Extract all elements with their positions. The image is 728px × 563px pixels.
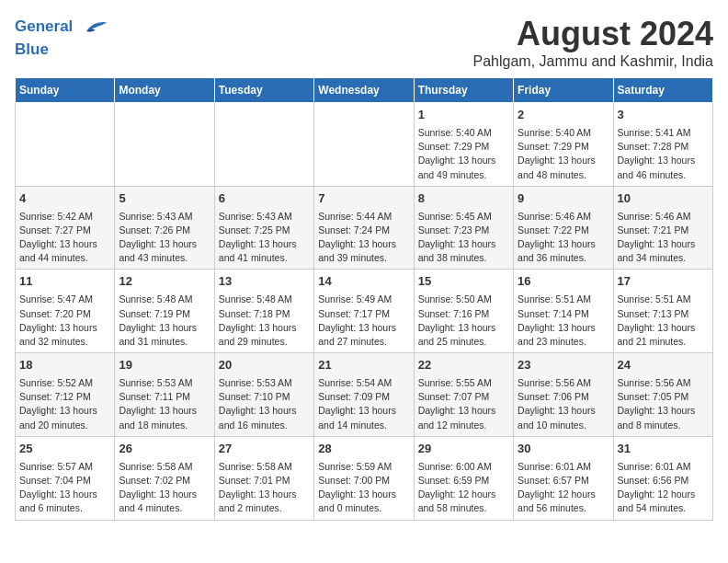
cell-text-line: Sunset: 7:29 PM [518,140,609,154]
cell-text-line: Sunrise: 5:57 AM [19,460,110,474]
calendar-week-1: 1Sunrise: 5:40 AMSunset: 7:29 PMDaylight… [16,103,713,187]
cell-text-line: Sunset: 7:02 PM [119,474,210,488]
cell-text-line: Sunrise: 5:40 AM [418,126,509,140]
cell-text-line: Daylight: 13 hours [219,237,310,251]
calendar-week-2: 4Sunrise: 5:42 AMSunset: 7:27 PMDaylight… [16,186,713,270]
cell-text-line: and 56 minutes. [518,501,609,515]
calendar-header: Sunday Monday Tuesday Wednesday Thursday… [16,78,713,103]
cell-text-line: Sunset: 7:00 PM [318,474,409,488]
day-number: 20 [219,357,310,374]
cell-text-line: and 32 minutes. [19,335,110,349]
logo-blue-text: General [15,17,73,35]
cell-text-line: Daylight: 13 hours [418,321,509,335]
calendar-cell: 24Sunrise: 5:56 AMSunset: 7:05 PMDayligh… [613,353,712,437]
cell-text-line: Sunrise: 5:56 AM [618,376,709,390]
cell-text-line: Sunrise: 5:53 AM [119,376,210,390]
calendar-cell: 30Sunrise: 6:01 AMSunset: 6:57 PMDayligh… [514,436,613,520]
calendar-cell: 19Sunrise: 5:53 AMSunset: 7:11 PMDayligh… [115,353,214,437]
day-number: 17 [618,273,709,291]
cell-text-line: Daylight: 13 hours [318,321,409,335]
calendar-cell: 11Sunrise: 5:47 AMSunset: 7:20 PMDayligh… [16,270,115,353]
cell-text-line: and 6 minutes. [19,501,110,515]
cell-text-line: Daylight: 13 hours [418,237,509,251]
calendar-cell [115,103,214,187]
cell-text-line: Sunrise: 5:47 AM [19,293,110,306]
day-number: 7 [318,190,409,208]
cell-text-line: and 34 minutes. [618,251,709,265]
cell-text-line: Daylight: 13 hours [518,237,609,251]
cell-text-line: Daylight: 13 hours [618,237,709,251]
calendar-cell: 28Sunrise: 5:59 AMSunset: 7:00 PMDayligh… [314,436,414,520]
calendar-cell [16,103,115,187]
page-subtitle: Pahlgam, Jammu and Kashmir, India [473,53,713,70]
cell-text-line: and 58 minutes. [418,501,509,515]
calendar-cell: 25Sunrise: 5:57 AMSunset: 7:04 PMDayligh… [16,436,115,520]
cell-text-line: Sunrise: 5:46 AM [518,210,609,224]
cell-text-line: Sunrise: 5:44 AM [318,210,409,224]
cell-text-line: Daylight: 13 hours [219,488,310,501]
header-wednesday: Wednesday [314,78,414,103]
cell-text-line: Daylight: 13 hours [618,404,709,418]
cell-text-line: Sunrise: 5:52 AM [19,376,110,390]
day-number: 13 [219,273,310,291]
cell-text-line: and 23 minutes. [518,335,609,349]
cell-text-line: Daylight: 12 hours [618,488,709,501]
calendar-cell: 4Sunrise: 5:42 AMSunset: 7:27 PMDaylight… [16,186,115,270]
cell-text-line: Sunset: 7:16 PM [418,307,509,321]
calendar-cell [314,103,414,187]
calendar-cell: 17Sunrise: 5:51 AMSunset: 7:13 PMDayligh… [613,270,712,353]
cell-text-line: Sunrise: 5:43 AM [119,210,210,224]
cell-text-line: Sunset: 7:26 PM [119,224,210,237]
cell-text-line: Sunrise: 5:41 AM [618,126,709,140]
calendar-cell: 29Sunrise: 6:00 AMSunset: 6:59 PMDayligh… [414,436,513,520]
cell-text-line: Daylight: 13 hours [19,321,110,335]
day-number: 27 [219,441,310,458]
cell-text-line: Sunset: 7:13 PM [618,307,709,321]
cell-text-line: Sunset: 7:28 PM [618,140,709,154]
cell-text-line: Daylight: 12 hours [518,488,609,501]
cell-text-line: Daylight: 13 hours [418,154,509,167]
cell-text-line: Daylight: 13 hours [318,488,409,501]
title-block: August 2024 Pahlgam, Jammu and Kashmir, … [473,15,713,70]
cell-text-line: and 2 minutes. [219,501,310,515]
cell-text-line: Sunset: 7:27 PM [19,224,110,237]
day-number: 19 [119,357,210,374]
cell-text-line: and 29 minutes. [219,335,310,349]
cell-text-line: Sunrise: 5:54 AM [318,376,409,390]
cell-text-line: Sunrise: 5:46 AM [618,210,709,224]
calendar-cell: 1Sunrise: 5:40 AMSunset: 7:29 PMDaylight… [414,103,513,187]
cell-text-line: and 48 minutes. [518,168,609,182]
day-number: 31 [618,441,709,458]
cell-text-line: and 27 minutes. [318,335,409,349]
cell-text-line: Daylight: 13 hours [219,404,310,418]
calendar-week-5: 25Sunrise: 5:57 AMSunset: 7:04 PMDayligh… [16,436,713,520]
calendar-cell: 14Sunrise: 5:49 AMSunset: 7:17 PMDayligh… [314,270,414,353]
calendar-cell [214,103,313,187]
cell-text-line: Daylight: 13 hours [19,404,110,418]
calendar-cell: 7Sunrise: 5:44 AMSunset: 7:24 PMDaylight… [314,186,414,270]
header-row: Sunday Monday Tuesday Wednesday Thursday… [16,78,713,103]
page-header: General Blue August 2024 Pahlgam, Jammu … [15,15,713,70]
calendar-cell: 9Sunrise: 5:46 AMSunset: 7:22 PMDaylight… [514,186,613,270]
cell-text-line: and 31 minutes. [119,335,210,349]
header-thursday: Thursday [414,78,513,103]
logo: General Blue [15,15,108,59]
cell-text-line: Sunrise: 5:55 AM [418,376,509,390]
day-number: 10 [618,190,709,208]
cell-text-line: and 39 minutes. [318,251,409,265]
calendar-cell: 27Sunrise: 5:58 AMSunset: 7:01 PMDayligh… [214,436,313,520]
day-number: 8 [418,190,509,208]
calendar-table: Sunday Monday Tuesday Wednesday Thursday… [15,77,713,521]
cell-text-line: Sunset: 7:29 PM [418,140,509,154]
cell-text-line: and 46 minutes. [618,168,709,182]
cell-text-line: Sunrise: 5:51 AM [618,293,709,306]
calendar-cell: 31Sunrise: 6:01 AMSunset: 6:56 PMDayligh… [613,436,712,520]
logo-text-line1: General [15,15,108,40]
cell-text-line: Daylight: 13 hours [618,321,709,335]
day-number: 18 [19,357,110,374]
cell-text-line: Daylight: 13 hours [318,237,409,251]
cell-text-line: Sunrise: 5:42 AM [19,210,110,224]
cell-text-line: Sunrise: 5:49 AM [318,293,409,306]
header-tuesday: Tuesday [214,78,313,103]
cell-text-line: Daylight: 13 hours [19,237,110,251]
